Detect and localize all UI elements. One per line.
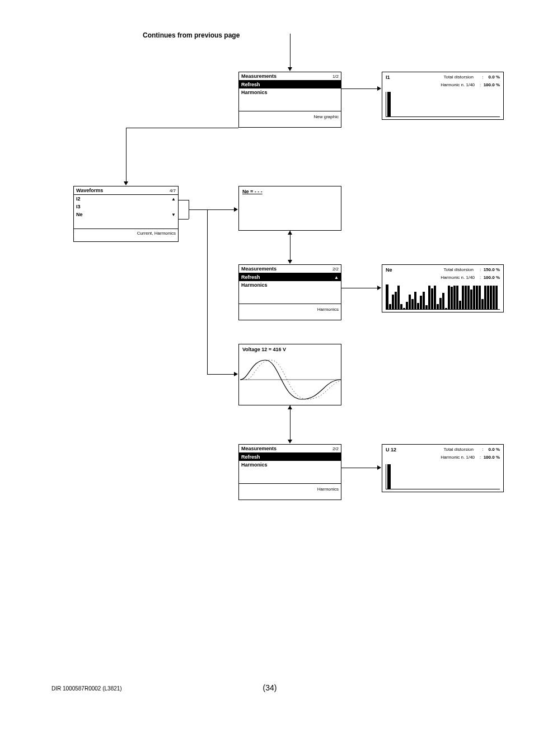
measurements-box-1: Measurements 1/2 Refresh Harmonics New g… xyxy=(238,72,341,128)
meas2-refresh[interactable]: Refresh ▲ xyxy=(239,273,341,281)
meas3-refresh[interactable]: Refresh xyxy=(239,453,341,461)
voltage-wave-title: Voltage 12 = 416 V xyxy=(239,344,341,354)
graph-ne-l1c: 150.0 % xyxy=(484,267,500,272)
arrowhead-wave-volt xyxy=(234,372,238,376)
meas3-caption: Harmonics xyxy=(317,487,339,492)
waveforms-down-icon: ▼ xyxy=(171,212,176,217)
meas3-refresh-label: Refresh xyxy=(241,454,260,460)
graph-ne: Ne Total distorsion : 150.0 % Harmonic n… xyxy=(382,264,504,312)
waveforms-page: 4/7 xyxy=(170,188,176,193)
arrowhead-branch1 xyxy=(124,181,128,185)
arrowhead-ne-meas2-u xyxy=(288,231,292,235)
graph-ne-title: Ne xyxy=(386,267,392,273)
arrow-ne-meas2 xyxy=(290,231,291,260)
meas1-title: Measurements xyxy=(241,73,277,79)
arrowhead-meas3-u12 xyxy=(377,465,381,470)
arrowhead-meas1-i1 xyxy=(377,86,381,91)
meas2-page: 2/2 xyxy=(332,267,339,272)
arrow-meas1-i1 xyxy=(341,88,377,89)
arrowhead-meas2-negraph xyxy=(377,286,381,290)
graph-ne-chart xyxy=(386,284,500,310)
arrow-wave-stub2 xyxy=(179,219,189,220)
arrow-meas3-u12 xyxy=(341,468,377,468)
graph-u12-l2a: Harmonic n. 1/40 xyxy=(441,455,475,460)
graph-ne-l1b: : xyxy=(480,267,481,272)
meas3-title: Measurements xyxy=(241,446,277,451)
graph-i1-l2b: : xyxy=(480,82,481,87)
arrow-wave-volt-h xyxy=(207,374,234,375)
arrowhead-wave-ne xyxy=(234,207,238,212)
measurements-box-2: Measurements 2/2 Refresh ▲ Harmonics Har… xyxy=(238,264,341,320)
graph-u12-l2b: : xyxy=(480,455,481,460)
graph-u12-l1b: : xyxy=(482,447,483,452)
graph-ne-l2a: Harmonic n. 1/40 xyxy=(441,275,475,280)
waveforms-title: Waveforms xyxy=(76,188,103,193)
ne-empty-title: Ne = - - - xyxy=(239,186,341,197)
arrow-wave-stub-join xyxy=(189,200,189,219)
meas1-refresh[interactable]: Refresh xyxy=(239,81,341,88)
meas1-caption: New graphic xyxy=(314,114,339,119)
page-footer-left: DIR 1000587R0002 (L3821) xyxy=(51,685,122,692)
graph-ne-l2c: 100.0 % xyxy=(484,275,500,280)
graph-ne-l2b: : xyxy=(480,275,481,280)
arrowhead-volt-meas3-d xyxy=(288,440,292,444)
arrow-branch1-h xyxy=(126,128,238,128)
waveforms-up-icon: ▲ xyxy=(171,197,176,202)
arrow-wave-ne xyxy=(189,209,234,210)
graph-u12-l1c: 0.0 % xyxy=(489,447,500,452)
waveforms-caption: Current, Harmonics xyxy=(137,231,176,236)
meas1-refresh-label: Refresh xyxy=(241,82,260,87)
arrow-volt-meas3 xyxy=(290,405,291,440)
waveforms-i2-label: I2 xyxy=(76,196,81,202)
graph-i1-l2c: 100.0 % xyxy=(484,82,500,87)
arrowhead-ne-meas2-d xyxy=(288,260,292,264)
meas2-harmonics-label: Harmonics xyxy=(241,282,268,288)
continues-label: Continues from previous page xyxy=(143,31,240,39)
meas1-page: 1/2 xyxy=(332,74,339,79)
graph-i1: I1 Total distorsion : 0.0 % Harmonic n. … xyxy=(382,72,504,120)
meas2-up-icon: ▲ xyxy=(334,275,339,280)
meas2-title: Measurements xyxy=(241,266,277,272)
page-footer-center: (34) xyxy=(253,683,287,692)
waveforms-item-ne[interactable]: Ne ▼ xyxy=(74,211,178,218)
graph-ne-l1a: Total distorsion xyxy=(443,267,473,272)
arrowhead-in-top xyxy=(288,67,292,71)
ne-empty-box: Ne = - - - xyxy=(238,186,341,231)
arrow-branch1-v xyxy=(126,128,127,181)
meas3-harmonics-label: Harmonics xyxy=(241,462,268,468)
arrow-meas2-negraph xyxy=(341,288,377,288)
graph-u12-chart xyxy=(386,464,500,489)
voltage-wave-svg xyxy=(240,357,341,403)
graph-i1-l1c: 0.0 % xyxy=(489,74,500,80)
waveforms-ne-label: Ne xyxy=(76,212,83,217)
meas2-caption: Harmonics xyxy=(317,307,339,312)
meas2-refresh-label: Refresh xyxy=(241,274,260,280)
measurements-box-3: Measurements 2/2 Refresh Harmonics Harmo… xyxy=(238,444,341,500)
meas3-page: 2/2 xyxy=(332,446,339,451)
graph-i1-l1a: Total distorsion xyxy=(443,74,473,80)
graph-u12-l1a: Total distorsion xyxy=(443,447,473,452)
arrowhead-volt-meas3-u xyxy=(288,405,292,409)
waveforms-item-i3[interactable]: I3 xyxy=(74,203,178,211)
meas1-harmonics-label: Harmonics xyxy=(241,90,268,95)
waveforms-box: Waveforms 4/7 I2 ▲ I3 Ne ▼ Current, Harm… xyxy=(73,186,179,242)
graph-u12-title: U 12 xyxy=(386,447,396,452)
graph-i1-chart xyxy=(386,92,500,117)
graph-i1-l1b: : xyxy=(482,74,483,80)
waveforms-i3-label: I3 xyxy=(76,204,81,209)
arrow-wave-volt-v xyxy=(207,209,208,374)
meas1-harmonics[interactable]: Harmonics xyxy=(239,88,341,96)
graph-u12-l2c: 100.0 % xyxy=(484,455,500,460)
voltage-wave-box: Voltage 12 = 416 V xyxy=(238,344,341,405)
meas3-harmonics[interactable]: Harmonics xyxy=(239,461,341,469)
graph-i1-title: I1 xyxy=(386,74,390,80)
graph-i1-l2a: Harmonic n. 1/40 xyxy=(441,82,475,87)
meas2-harmonics[interactable]: Harmonics xyxy=(239,281,341,289)
arrow-wave-stub1 xyxy=(179,200,189,200)
graph-u12: U 12 Total distorsion : 0.0 % Harmonic n… xyxy=(382,444,504,492)
waveforms-item-i2[interactable]: I2 ▲ xyxy=(74,195,178,203)
arrow-in-top xyxy=(290,34,291,67)
